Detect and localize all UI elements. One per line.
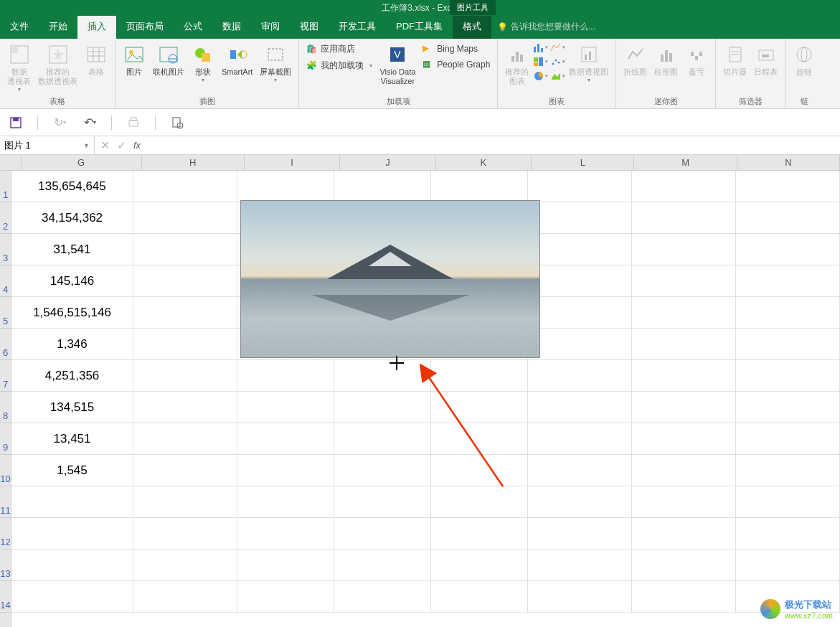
- tab-home[interactable]: 开始: [39, 14, 77, 39]
- cell-H5[interactable]: [133, 297, 237, 328]
- cell-G9[interactable]: 13,451: [11, 423, 133, 454]
- cell-H10[interactable]: [133, 455, 237, 486]
- cell-H14[interactable]: [133, 581, 237, 612]
- cell-I12[interactable]: [237, 518, 334, 549]
- store-button[interactable]: 🛍️应用商店: [303, 42, 375, 57]
- row-header-5[interactable]: 5: [0, 297, 11, 329]
- sparkline-winloss-button[interactable]: 盈亏: [682, 42, 711, 95]
- print-preview-button[interactable]: [169, 114, 186, 131]
- cell-K7[interactable]: [431, 360, 528, 391]
- cell-M11[interactable]: [632, 486, 736, 517]
- cell-L12[interactable]: [528, 518, 632, 549]
- cell-J9[interactable]: [334, 423, 431, 454]
- row-header-3[interactable]: 3: [0, 234, 11, 265]
- worksheet-grid[interactable]: GHIJKLMN 1234567891011121314 135,654,645…: [0, 155, 840, 627]
- cell-L1[interactable]: [528, 171, 632, 202]
- cell-J11[interactable]: [334, 486, 431, 517]
- tab-file[interactable]: 文件: [0, 14, 39, 39]
- cell-H9[interactable]: [133, 423, 237, 454]
- chart-surface-button[interactable]: ▾: [550, 70, 565, 82]
- chart-hierarchy-button[interactable]: ▾: [533, 56, 547, 67]
- cell-N10[interactable]: [736, 455, 840, 486]
- cell-H12[interactable]: [133, 518, 237, 549]
- column-header-M[interactable]: M: [634, 155, 737, 170]
- recommended-pivot-button[interactable]: 推荐的 数据透视表: [35, 42, 80, 95]
- cell-H8[interactable]: [133, 392, 237, 423]
- cell-N9[interactable]: [736, 423, 840, 454]
- cell-K8[interactable]: [431, 392, 528, 423]
- cell-M14[interactable]: [632, 581, 736, 612]
- cell-L9[interactable]: [528, 423, 632, 454]
- undo-button[interactable]: ↶ ▾: [81, 114, 98, 131]
- slicer-button[interactable]: 切片器: [720, 42, 750, 95]
- cell-M4[interactable]: [632, 265, 736, 296]
- cancel-icon[interactable]: ✕: [100, 138, 110, 152]
- cell-J10[interactable]: [334, 455, 431, 486]
- cell-L6[interactable]: [528, 329, 632, 359]
- cell-H7[interactable]: [133, 360, 237, 391]
- cell-H11[interactable]: [133, 486, 237, 517]
- row-header-12[interactable]: 12: [0, 518, 11, 550]
- cell-J14[interactable]: [334, 581, 431, 612]
- tab-review[interactable]: 审阅: [251, 14, 290, 39]
- select-all-corner[interactable]: [0, 155, 22, 170]
- cell-L5[interactable]: [528, 297, 632, 328]
- cell-K10[interactable]: [431, 455, 528, 486]
- row-header-7[interactable]: 7: [0, 360, 11, 392]
- people-graph-button[interactable]: ▦People Graph: [420, 57, 493, 72]
- cell-N5[interactable]: [736, 297, 840, 328]
- cell-I9[interactable]: [237, 423, 334, 454]
- tab-view[interactable]: 视图: [290, 14, 329, 39]
- cell-L8[interactable]: [528, 392, 632, 423]
- row-header-10[interactable]: 10: [0, 455, 11, 486]
- cell-L14[interactable]: [528, 581, 632, 612]
- cell-N4[interactable]: [736, 265, 840, 296]
- cell-M1[interactable]: [632, 171, 736, 202]
- cell-M8[interactable]: [632, 392, 736, 423]
- row-header-4[interactable]: 4: [0, 265, 11, 297]
- chart-pie-button[interactable]: ▾: [533, 70, 547, 82]
- column-header-G[interactable]: G: [22, 155, 142, 170]
- formula-input[interactable]: [146, 136, 840, 154]
- cell-K1[interactable]: [431, 171, 528, 202]
- cell-J7[interactable]: [334, 360, 431, 391]
- cell-I13[interactable]: [237, 550, 334, 580]
- cell-G11[interactable]: [11, 486, 133, 517]
- cell-L3[interactable]: [528, 234, 632, 265]
- cell-L2[interactable]: [528, 202, 632, 233]
- print-button[interactable]: [125, 114, 142, 131]
- cell-N12[interactable]: [736, 518, 840, 549]
- my-addins-button[interactable]: 🧩我的加载项▾: [303, 58, 375, 73]
- cell-I11[interactable]: [237, 486, 334, 517]
- cell-L4[interactable]: [528, 265, 632, 296]
- column-header-L[interactable]: L: [532, 155, 634, 170]
- row-header-11[interactable]: 11: [0, 486, 11, 518]
- pivot-table-button[interactable]: 数据 透视表▾: [4, 42, 34, 95]
- cell-G10[interactable]: 1,545: [11, 455, 133, 486]
- tab-insert[interactable]: 插入: [77, 14, 116, 39]
- cell-I14[interactable]: [237, 581, 334, 612]
- cell-L11[interactable]: [528, 486, 632, 517]
- tab-developer[interactable]: 开发工具: [329, 14, 386, 39]
- tab-data[interactable]: 数据: [212, 14, 251, 39]
- shapes-button[interactable]: 形状▾: [189, 42, 217, 95]
- inserted-picture[interactable]: [240, 200, 540, 358]
- cell-N1[interactable]: [736, 171, 840, 202]
- cell-K9[interactable]: [431, 423, 528, 454]
- cell-K12[interactable]: [431, 518, 528, 549]
- tell-me-search[interactable]: 💡 告诉我您想要做什么...: [491, 15, 601, 39]
- row-header-14[interactable]: 14: [0, 581, 11, 613]
- cell-H3[interactable]: [133, 234, 237, 265]
- cell-G3[interactable]: 31,541: [11, 234, 133, 265]
- redo-button[interactable]: ↻ ▾: [51, 114, 68, 131]
- enter-icon[interactable]: ✓: [117, 138, 126, 152]
- cell-M3[interactable]: [632, 234, 736, 265]
- cell-M12[interactable]: [632, 518, 736, 549]
- cell-G8[interactable]: 134,515: [11, 392, 133, 423]
- cell-H4[interactable]: [133, 265, 237, 296]
- cell-I8[interactable]: [237, 392, 334, 423]
- visio-button[interactable]: V Visio Data Visualizer: [377, 42, 418, 95]
- row-header-13[interactable]: 13: [0, 550, 11, 581]
- cell-G2[interactable]: 34,154,362: [11, 202, 133, 233]
- timeline-button[interactable]: 日程表: [751, 42, 780, 95]
